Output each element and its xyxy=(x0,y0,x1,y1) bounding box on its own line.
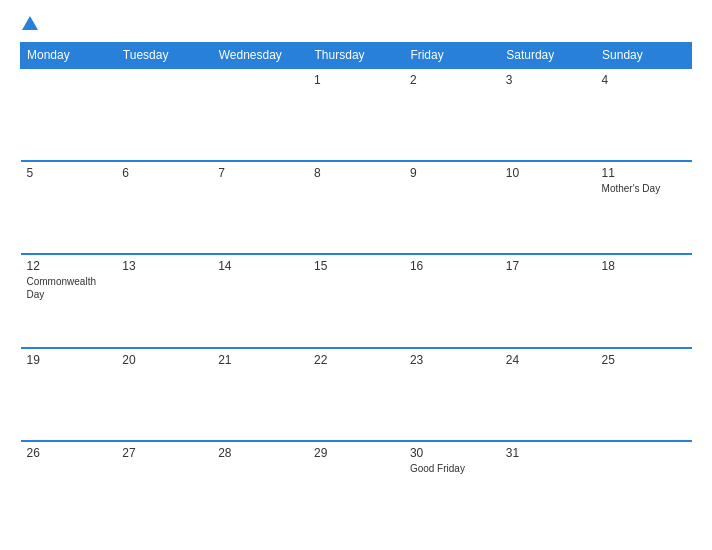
calendar-week-row: 19202122232425 xyxy=(21,348,692,441)
calendar-cell: 28 xyxy=(212,441,308,534)
calendar-cell xyxy=(596,441,692,534)
calendar-week-row: 2627282930Good Friday31 xyxy=(21,441,692,534)
calendar-week-row: 12Commonwealth Day131415161718 xyxy=(21,254,692,347)
calendar-cell: 25 xyxy=(596,348,692,441)
day-number: 22 xyxy=(314,353,398,367)
calendar-cell: 24 xyxy=(500,348,596,441)
event-label: Commonwealth Day xyxy=(27,275,111,301)
day-number: 20 xyxy=(122,353,206,367)
calendar-week-row: 1234 xyxy=(21,68,692,161)
calendar-cell: 21 xyxy=(212,348,308,441)
calendar-header xyxy=(20,16,692,32)
day-number: 5 xyxy=(27,166,111,180)
calendar-cell: 30Good Friday xyxy=(404,441,500,534)
calendar-page: MondayTuesdayWednesdayThursdayFridaySatu… xyxy=(0,0,712,550)
weekday-header-tuesday: Tuesday xyxy=(116,43,212,69)
day-number: 30 xyxy=(410,446,494,460)
day-number: 26 xyxy=(27,446,111,460)
calendar-cell: 23 xyxy=(404,348,500,441)
day-number: 11 xyxy=(602,166,686,180)
day-number: 23 xyxy=(410,353,494,367)
day-number: 24 xyxy=(506,353,590,367)
event-label: Mother's Day xyxy=(602,182,686,195)
calendar-cell: 29 xyxy=(308,441,404,534)
calendar-cell: 4 xyxy=(596,68,692,161)
day-number: 3 xyxy=(506,73,590,87)
calendar-cell: 22 xyxy=(308,348,404,441)
day-number: 4 xyxy=(602,73,686,87)
day-number: 9 xyxy=(410,166,494,180)
calendar-table: MondayTuesdayWednesdayThursdayFridaySatu… xyxy=(20,42,692,534)
calendar-cell: 9 xyxy=(404,161,500,254)
logo-triangle-icon xyxy=(22,16,38,30)
calendar-cell: 6 xyxy=(116,161,212,254)
day-number: 28 xyxy=(218,446,302,460)
day-number: 19 xyxy=(27,353,111,367)
weekday-header-sunday: Sunday xyxy=(596,43,692,69)
day-number: 16 xyxy=(410,259,494,273)
day-number: 13 xyxy=(122,259,206,273)
calendar-cell: 10 xyxy=(500,161,596,254)
day-number: 12 xyxy=(27,259,111,273)
day-number: 25 xyxy=(602,353,686,367)
weekday-header-row: MondayTuesdayWednesdayThursdayFridaySatu… xyxy=(21,43,692,69)
calendar-week-row: 567891011Mother's Day xyxy=(21,161,692,254)
calendar-cell: 7 xyxy=(212,161,308,254)
calendar-cell: 16 xyxy=(404,254,500,347)
calendar-cell: 20 xyxy=(116,348,212,441)
day-number: 21 xyxy=(218,353,302,367)
day-number: 1 xyxy=(314,73,398,87)
day-number: 29 xyxy=(314,446,398,460)
weekday-header-saturday: Saturday xyxy=(500,43,596,69)
calendar-cell: 1 xyxy=(308,68,404,161)
calendar-cell: 18 xyxy=(596,254,692,347)
day-number: 27 xyxy=(122,446,206,460)
day-number: 31 xyxy=(506,446,590,460)
calendar-cell: 26 xyxy=(21,441,117,534)
event-label: Good Friday xyxy=(410,462,494,475)
day-number: 10 xyxy=(506,166,590,180)
calendar-cell xyxy=(21,68,117,161)
calendar-cell: 13 xyxy=(116,254,212,347)
calendar-cell: 15 xyxy=(308,254,404,347)
day-number: 2 xyxy=(410,73,494,87)
weekday-header-friday: Friday xyxy=(404,43,500,69)
weekday-header-monday: Monday xyxy=(21,43,117,69)
day-number: 14 xyxy=(218,259,302,273)
calendar-cell: 5 xyxy=(21,161,117,254)
calendar-cell: 17 xyxy=(500,254,596,347)
logo xyxy=(20,16,38,32)
day-number: 7 xyxy=(218,166,302,180)
calendar-cell xyxy=(116,68,212,161)
day-number: 18 xyxy=(602,259,686,273)
day-number: 15 xyxy=(314,259,398,273)
day-number: 17 xyxy=(506,259,590,273)
calendar-cell: 11Mother's Day xyxy=(596,161,692,254)
calendar-cell: 12Commonwealth Day xyxy=(21,254,117,347)
day-number: 8 xyxy=(314,166,398,180)
day-number: 6 xyxy=(122,166,206,180)
calendar-cell: 19 xyxy=(21,348,117,441)
calendar-cell: 14 xyxy=(212,254,308,347)
calendar-cell: 3 xyxy=(500,68,596,161)
calendar-cell xyxy=(212,68,308,161)
weekday-header-thursday: Thursday xyxy=(308,43,404,69)
calendar-cell: 2 xyxy=(404,68,500,161)
calendar-cell: 27 xyxy=(116,441,212,534)
weekday-header-wednesday: Wednesday xyxy=(212,43,308,69)
calendar-cell: 8 xyxy=(308,161,404,254)
calendar-cell: 31 xyxy=(500,441,596,534)
